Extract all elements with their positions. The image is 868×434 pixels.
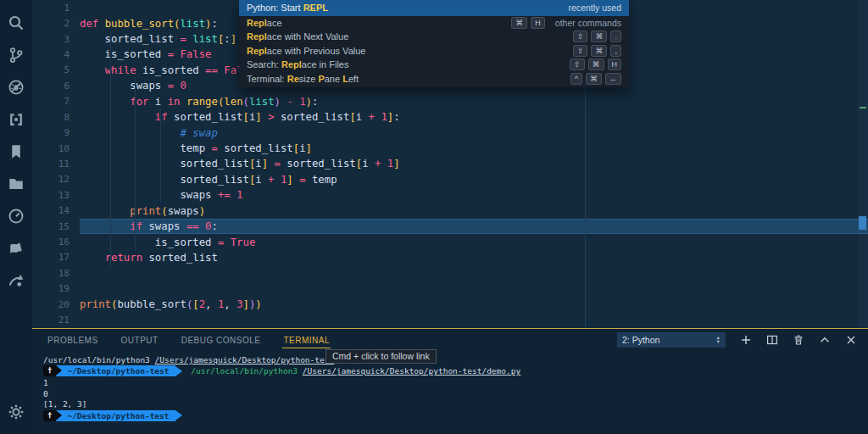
code-line-11[interactable]: 11 sorted_list[i] = sorted_list[i + 1] (32, 156, 868, 171)
code-line-15[interactable]: 15 if swaps == 0: (32, 219, 868, 234)
palette-item-2[interactable]: Replace with Next Value⇧⌘. (239, 30, 629, 44)
line-number: 12 (32, 174, 80, 185)
terminal-select-value: 2: Python (622, 335, 659, 345)
shell-prompt: †~/Desktop/python-test (43, 410, 182, 421)
terminal[interactable]: /usr/local/bin/python3 /Users/jamesquick… (32, 350, 868, 422)
terminal-line: †~/Desktop/python-test /usr/local/bin/py… (43, 365, 868, 378)
keybinding: ^⌘← (567, 73, 621, 85)
code-line-16[interactable]: 16 is_sorted = True (32, 234, 868, 249)
kill-terminal-icon[interactable] (793, 334, 804, 346)
line-number: 8 (32, 112, 80, 123)
line-number: 20 (32, 299, 80, 310)
line-number: 5 (32, 64, 80, 75)
line-number: 6 (32, 81, 80, 92)
palette-item-0[interactable]: Python: Start REPLrecently used (239, 0, 629, 16)
line-number: 11 (32, 159, 80, 170)
panel-tabs: PROBLEMSOUTPUTDEBUG CONSOLETERMINAL (47, 331, 352, 348)
palette-item-5[interactable]: Terminal: Resize Pane Left^⌘← (239, 72, 629, 86)
line-number: 1 (32, 3, 80, 14)
shell-prompt: †~/Desktop/python-test (43, 365, 182, 376)
command-palette: Python: Start REPLrecently usedReplace⌘H… (239, 0, 629, 87)
code-line-7[interactable]: 7 for i in range(len(list) - 1): (32, 94, 868, 109)
panel-tab-debug-console[interactable]: DEBUG CONSOLE (181, 331, 262, 348)
line-number: 14 (32, 205, 80, 216)
bottom-panel: PROBLEMSOUTPUTDEBUG CONSOLETERMINAL 2: P… (32, 328, 868, 434)
extensions-icon[interactable] (0, 103, 32, 136)
code-line-20[interactable]: 20print(bubble_sort([2, 1, 3])) (32, 297, 868, 312)
overview-mark (860, 107, 866, 108)
code-line-19[interactable]: 19 (32, 281, 868, 297)
line-number: 9 (32, 127, 80, 138)
terminal-line: 1 (43, 377, 868, 388)
line-number: 18 (32, 268, 80, 279)
palette-group-label: recently used (569, 3, 621, 13)
code-line-9[interactable]: 9 # swap (32, 125, 868, 140)
line-number: 7 (32, 96, 80, 107)
panel-actions: 2: Python ▲▼ (617, 332, 868, 348)
share-icon[interactable] (0, 264, 32, 297)
split-terminal-icon[interactable] (766, 334, 778, 346)
panel-header: PROBLEMSOUTPUTDEBUG CONSOLETERMINAL 2: P… (32, 329, 868, 350)
keybinding: ⇧⌘H (566, 58, 621, 70)
overview-ruler[interactable] (858, 0, 868, 329)
new-terminal-icon[interactable] (740, 334, 752, 346)
code-line-18[interactable]: 18 (32, 265, 868, 281)
line-number: 3 (32, 34, 80, 45)
code-line-10[interactable]: 10 temp = sorted_list[i] (32, 141, 868, 156)
line-number: 13 (32, 190, 80, 201)
activity-bar (0, 0, 32, 434)
palette-item-4[interactable]: Search: Replace in Files⇧⌘H (239, 58, 629, 72)
terminal-line: [1, 2, 3] (43, 398, 868, 409)
close-panel-icon[interactable] (845, 334, 857, 346)
gear-icon[interactable] (0, 396, 32, 428)
line-number: 17 (32, 252, 80, 263)
line-number: 16 (32, 236, 80, 248)
palette-group-label: other commands (555, 18, 621, 28)
indent-guide (110, 31, 111, 267)
activity-bar-icons (0, 0, 32, 297)
terminal-select[interactable]: 2: Python ▲▼ (617, 332, 726, 348)
code-line-14[interactable]: 14 print(swaps) (32, 203, 868, 218)
line-number: 21 (32, 314, 80, 326)
panel-tab-output[interactable]: OUTPUT (120, 331, 159, 348)
clock-icon[interactable] (0, 200, 32, 232)
debug-icon[interactable] (0, 71, 32, 103)
activity-bar-manage (0, 396, 32, 434)
keybinding: ⇧⌘. (570, 31, 621, 42)
code-line-12[interactable]: 12 sorted_list[i + 1] = temp (32, 172, 868, 187)
terminal-line: /usr/local/bin/python3 /Users/jamesquick… (43, 354, 868, 365)
folder-icon[interactable] (0, 168, 32, 200)
line-number: 2 (32, 18, 80, 29)
palette-item-1[interactable]: Replace⌘Hother commands (239, 16, 629, 31)
maximize-panel-icon[interactable] (819, 334, 831, 346)
search-icon[interactable] (0, 7, 32, 39)
code-line-17[interactable]: 17 return sorted_list (32, 250, 868, 265)
select-arrows-icon: ▲▼ (716, 336, 721, 344)
panel-tab-problems[interactable]: PROBLEMS (47, 331, 99, 348)
line-number: 10 (32, 143, 80, 154)
bookmarks-icon[interactable] (0, 136, 32, 168)
line-number: 15 (32, 221, 80, 232)
line-number: 19 (32, 283, 80, 294)
terminal-line: †~/Desktop/python-test (43, 409, 868, 422)
panel-tab-terminal[interactable]: TERMINAL (282, 331, 331, 348)
overview-current-line-mark (859, 216, 866, 230)
terminal-link[interactable]: /Users/jamesquick/Desktop/python-test/de… (303, 366, 520, 376)
code-line-8[interactable]: 8 if sorted_list[i] > sorted_list[i + 1]… (32, 109, 868, 125)
keybinding: ⌘H (508, 17, 545, 29)
terminal-link[interactable]: /Users/jamesquick/Desktop/python-test (155, 355, 335, 364)
book-icon[interactable] (0, 232, 32, 264)
palette-item-3[interactable]: Replace with Previous Value⇧⌘, (239, 44, 629, 58)
link-tooltip: Cmd + click to follow link (326, 349, 437, 364)
keybinding: ⇧⌘, (570, 45, 621, 57)
code-line-13[interactable]: 13 swaps += 1 (32, 187, 868, 203)
line-number: 4 (32, 49, 80, 60)
indent-guide (135, 78, 136, 251)
code-line-21[interactable]: 21 (32, 312, 868, 327)
source-control-icon[interactable] (0, 39, 32, 71)
indent-guide (160, 109, 161, 203)
terminal-line: 0 (43, 388, 868, 399)
